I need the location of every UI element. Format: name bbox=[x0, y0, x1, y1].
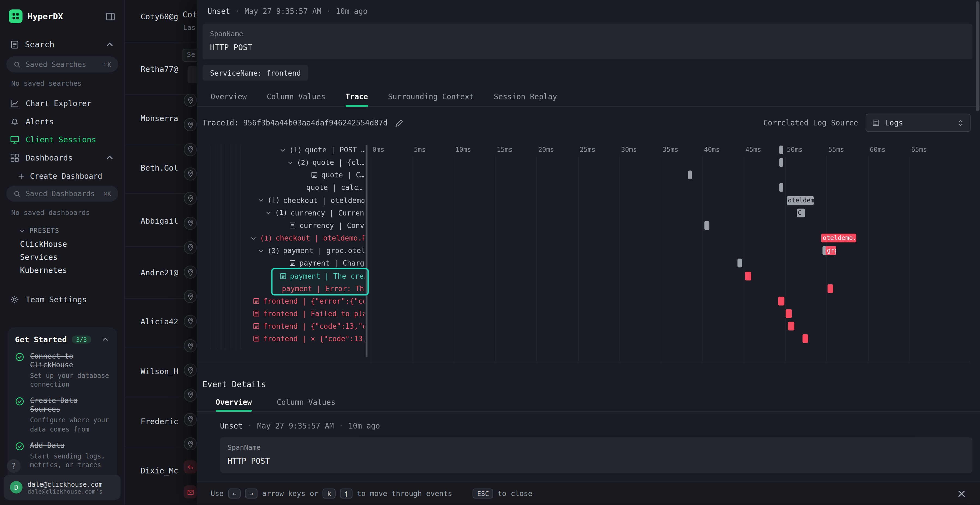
trace-span-bar[interactable] bbox=[779, 183, 783, 192]
edit-trace-id-icon[interactable] bbox=[395, 118, 404, 127]
map-pin-marker[interactable] bbox=[184, 94, 197, 106]
trace-span-bar[interactable] bbox=[779, 158, 783, 167]
trace-span-bar[interactable] bbox=[778, 297, 784, 305]
create-dashboard-button[interactable]: Create Dashboard bbox=[0, 167, 124, 186]
sidebar-item-dashboards[interactable]: Dashboards bbox=[0, 149, 124, 167]
trace-span-bar[interactable] bbox=[738, 259, 742, 267]
trace-row-label[interactable]: frontend | {"error":{"code… bbox=[253, 295, 364, 307]
trace-span-bar[interactable] bbox=[779, 146, 783, 154]
trace-row[interactable]: (1)quote | POST … bbox=[197, 144, 970, 156]
trace-row[interactable]: (1)currency | Currenc…C bbox=[197, 206, 970, 219]
trace-row[interactable]: frontend | × {"code":13,"d… bbox=[197, 332, 970, 345]
session-list-item[interactable]: Wilson_H bbox=[141, 367, 178, 376]
mail-event-marker[interactable] bbox=[184, 485, 197, 499]
session-list-item[interactable]: Frederic bbox=[141, 416, 178, 426]
trace-span-bar[interactable] bbox=[802, 334, 808, 343]
map-pin-marker[interactable] bbox=[184, 438, 197, 451]
trace-row-label[interactable]: frontend | {"code":13,"det… bbox=[253, 320, 364, 332]
trace-row-label[interactable]: quote | calc… bbox=[306, 181, 364, 194]
collapse-sidebar-icon[interactable] bbox=[105, 11, 116, 22]
preset-item-kubernetes[interactable]: Kubernetes bbox=[0, 264, 124, 277]
log-source-select[interactable]: Logs bbox=[865, 114, 971, 132]
session-list-item[interactable]: Monserra bbox=[141, 114, 178, 123]
chevron-up-icon[interactable] bbox=[105, 40, 115, 49]
trace-row-label[interactable]: (1)checkout | oteldemo.Pa… bbox=[250, 232, 364, 245]
trace-row[interactable]: (1)checkout | oteldemo.Pa…oteldemo. bbox=[197, 232, 970, 245]
trace-span-bar[interactable]: grp bbox=[826, 246, 837, 255]
session-list-item[interactable]: Andre21@ bbox=[141, 268, 178, 277]
trace-row[interactable]: quote | calc… bbox=[197, 181, 970, 194]
help-button[interactable]: ? bbox=[7, 459, 21, 473]
map-pin-marker[interactable] bbox=[184, 290, 197, 303]
tab-trace[interactable]: Trace bbox=[345, 87, 368, 106]
tab-surrounding-context[interactable]: Surrounding Context bbox=[388, 87, 474, 106]
trace-row[interactable]: frontend | {"code":13,"det… bbox=[197, 320, 970, 332]
ed-tab-overview[interactable]: Overview bbox=[216, 393, 252, 411]
trace-row-label[interactable]: payment | Charge … bbox=[289, 257, 364, 269]
ed-tab-column-values[interactable]: Column Values bbox=[277, 393, 336, 411]
saved-dashboards-input[interactable]: Saved Dashboards ⌘K bbox=[6, 186, 118, 202]
get-started-item-add-data[interactable]: Add DataStart sending logs, metrics, or … bbox=[15, 441, 110, 469]
page-scrollbar[interactable] bbox=[976, 2, 980, 111]
trace-row-label[interactable]: (2)quote | {cl… bbox=[287, 156, 364, 169]
preset-item-services[interactable]: Services bbox=[0, 251, 124, 264]
trace-row-label[interactable]: frontend | Failed to place… bbox=[253, 307, 364, 320]
map-pin-marker[interactable] bbox=[184, 265, 197, 279]
exit-event-marker[interactable] bbox=[184, 461, 197, 473]
sidebar-item-alerts[interactable]: Alerts bbox=[0, 113, 124, 130]
tab-session-replay[interactable]: Session Replay bbox=[494, 87, 557, 106]
map-pin-marker[interactable] bbox=[184, 118, 197, 132]
get-started-item-create-data-sources[interactable]: Create Data SourcesConfigure where your … bbox=[15, 396, 110, 433]
tab-column-values[interactable]: Column Values bbox=[267, 87, 326, 106]
span-name-field[interactable]: SpanName HTTP POST bbox=[202, 24, 973, 59]
sidebar-item-client-sessions[interactable]: Client Sessions bbox=[0, 130, 124, 149]
get-started-item-connect-to-clickhouse[interactable]: Connect to ClickHouseSet up your databas… bbox=[15, 352, 110, 389]
map-pin-marker[interactable] bbox=[184, 241, 197, 254]
session-list-item[interactable]: Dixie_Mc bbox=[141, 466, 178, 475]
trace-row[interactable]: frontend | Failed to place… bbox=[197, 307, 970, 320]
trace-row[interactable]: payment | The cre… bbox=[197, 270, 970, 282]
trace-row-label[interactable]: (1)currency | Currenc… bbox=[265, 206, 364, 219]
occluded-search-input[interactable]: Se bbox=[182, 49, 197, 62]
trace-span-bar[interactable]: C bbox=[797, 208, 805, 217]
map-pin-marker[interactable] bbox=[184, 217, 197, 230]
trace-row-label[interactable]: payment | The cre… bbox=[279, 270, 364, 282]
saved-searches-input[interactable]: Saved Searches ⌘K bbox=[6, 56, 118, 73]
trace-row-label[interactable]: quote | C… bbox=[310, 169, 364, 181]
map-pin-marker[interactable] bbox=[184, 364, 197, 377]
sidebar-item-team-settings[interactable]: Team Settings bbox=[0, 291, 124, 309]
trace-row[interactable]: (1)checkout | oteldemo.…oteldemo… bbox=[197, 194, 970, 206]
trace-row-label[interactable]: payment | Error: The … bbox=[282, 282, 364, 295]
trace-row-label[interactable]: (1)quote | POST … bbox=[279, 144, 364, 156]
service-name-tag[interactable]: ServiceName: frontend bbox=[202, 65, 309, 81]
chevron-up-icon[interactable] bbox=[101, 335, 110, 344]
session-list-item[interactable]: Retha77@ bbox=[141, 64, 178, 73]
trace-row[interactable]: currency | Conv… bbox=[197, 219, 970, 232]
map-pin-marker[interactable] bbox=[184, 339, 197, 353]
sidebar-item-chart-explorer[interactable]: Chart Explorer bbox=[0, 94, 124, 113]
session-list-item[interactable]: Beth.Gol bbox=[141, 163, 178, 172]
close-panel-icon[interactable] bbox=[957, 489, 966, 498]
trace-row[interactable]: (3)payment | grpc.oteld…grp bbox=[197, 245, 970, 257]
trace-row[interactable]: payment | Error: The … bbox=[197, 282, 970, 295]
trace-span-bar[interactable] bbox=[786, 309, 792, 318]
map-pin-marker[interactable] bbox=[184, 314, 197, 327]
map-pin-marker[interactable] bbox=[184, 413, 197, 426]
preset-item-clickhouse[interactable]: ClickHouse bbox=[0, 237, 124, 250]
span-name-field-details[interactable]: SpanName HTTP POST bbox=[220, 437, 972, 473]
trace-span-bar[interactable]: oteldemo… bbox=[787, 196, 814, 205]
sidebar-section-search[interactable]: Search bbox=[0, 32, 124, 56]
trace-span-bar[interactable] bbox=[827, 284, 833, 293]
trace-row[interactable]: frontend | {"error":{"code… bbox=[197, 295, 970, 307]
presets-header[interactable]: PRESETS bbox=[0, 224, 124, 238]
map-pin-marker[interactable] bbox=[184, 192, 197, 205]
tab-overview[interactable]: Overview bbox=[211, 87, 247, 106]
trace-row[interactable]: (2)quote | {cl… bbox=[197, 156, 970, 169]
trace-row[interactable]: quote | C… bbox=[197, 169, 970, 181]
trace-row-label[interactable]: currency | Conv… bbox=[289, 219, 364, 232]
trace-span-bar[interactable] bbox=[788, 322, 794, 330]
map-pin-marker[interactable] bbox=[184, 167, 197, 180]
trace-row-label[interactable]: (3)payment | grpc.oteld… bbox=[258, 245, 364, 257]
trace-row[interactable]: payment | Charge … bbox=[197, 257, 970, 269]
trace-span-bar[interactable] bbox=[705, 221, 710, 230]
